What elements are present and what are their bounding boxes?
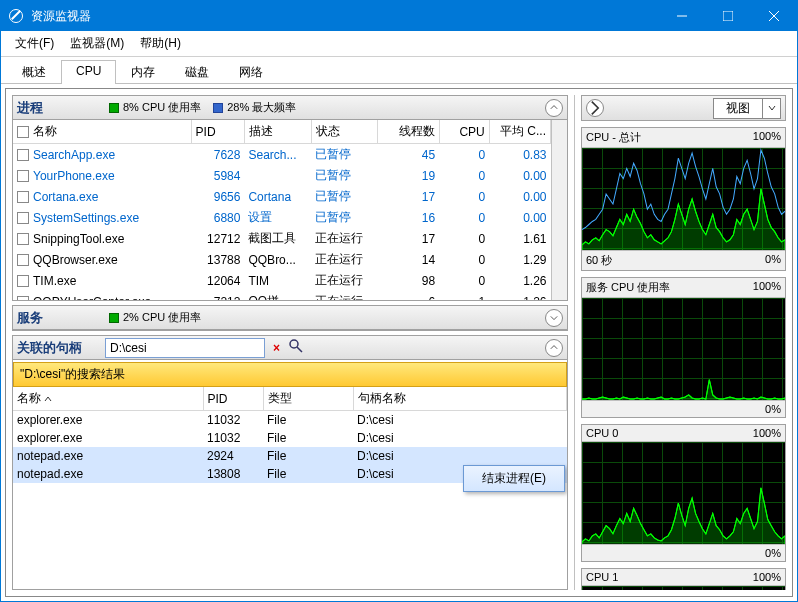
minimize-button[interactable] (659, 1, 705, 31)
check-all[interactable] (17, 126, 29, 138)
process-row[interactable]: QQBrowser.exe13788QQBro...正在运行1401.29 (13, 249, 551, 270)
col-status[interactable]: 状态 (311, 120, 378, 144)
svg-line-5 (297, 347, 302, 352)
menu-help[interactable]: 帮助(H) (132, 33, 189, 54)
app-icon (9, 9, 23, 23)
right-header: 视图 (581, 95, 786, 121)
hcol-type[interactable]: 类型 (263, 387, 353, 411)
menubar: 文件(F) 监视器(M) 帮助(H) (1, 31, 797, 57)
process-row[interactable]: QQPYUserCenter.exe7212QQ拼...正在运行611.26 (13, 291, 551, 300)
chart-1: 服务 CPU 使用率100%0% (581, 277, 786, 418)
tab-cpu[interactable]: CPU (61, 60, 116, 84)
tab-overview[interactable]: 概述 (7, 60, 61, 84)
expand-right-button[interactable] (586, 99, 604, 117)
processes-panel: 进程 8% CPU 使用率 28% 最大频率 名称 PID 描述 (12, 95, 568, 301)
collapse-processes-button[interactable] (545, 99, 563, 117)
services-title: 服务 (17, 309, 97, 327)
max-freq-stat: 28% 最大频率 (213, 100, 296, 115)
process-row[interactable]: TIM.exe12064TIM正在运行9801.26 (13, 270, 551, 291)
hcol-hname[interactable]: 句柄名称 (353, 387, 567, 411)
tab-disk[interactable]: 磁盘 (170, 60, 224, 84)
row-checkbox[interactable] (17, 296, 29, 300)
search-result-bar: "D:\cesi"的搜索结果 (13, 362, 567, 387)
close-button[interactable] (751, 1, 797, 31)
expand-services-button[interactable] (545, 309, 563, 327)
handle-row[interactable]: explorer.exe11032FileD:\cesi (13, 429, 567, 447)
row-checkbox[interactable] (17, 233, 29, 245)
process-row[interactable]: YourPhone.exe5984已暂停1900.00 (13, 165, 551, 186)
tab-memory[interactable]: 内存 (116, 60, 170, 84)
col-desc[interactable]: 描述 (244, 120, 311, 144)
handles-title: 关联的句柄 (17, 339, 97, 357)
row-checkbox[interactable] (17, 275, 29, 287)
end-process-menuitem[interactable]: 结束进程(E) (482, 470, 546, 487)
handle-row[interactable]: notepad.exe2924FileD:\cesi (13, 447, 567, 465)
maximize-button[interactable] (705, 1, 751, 31)
col-cpu[interactable]: CPU (439, 120, 489, 144)
row-checkbox[interactable] (17, 170, 29, 182)
handle-row[interactable]: explorer.exe11032FileD:\cesi (13, 411, 567, 430)
processes-title: 进程 (17, 99, 97, 117)
context-menu: 结束进程(E) (463, 465, 565, 492)
process-row[interactable]: Cortana.exe9656Cortana已暂停1700.00 (13, 186, 551, 207)
processes-scrollbar[interactable] (551, 120, 567, 300)
row-checkbox[interactable] (17, 191, 29, 203)
col-pid[interactable]: PID (191, 120, 244, 144)
clear-search-button[interactable]: × (269, 341, 284, 355)
services-panel: 服务 2% CPU 使用率 (12, 305, 568, 331)
row-checkbox[interactable] (17, 212, 29, 224)
svg-point-4 (290, 340, 298, 348)
search-icon[interactable] (288, 338, 304, 357)
chart-3: CPU 1100% (581, 568, 786, 590)
processes-table: 名称 PID 描述 状态 线程数 CPU 平均 C... SearchApp.e… (13, 120, 551, 300)
menu-monitor[interactable]: 监视器(M) (62, 33, 132, 54)
svg-rect-1 (723, 11, 733, 21)
chart-0: CPU - 总计100%60 秒0% (581, 127, 786, 271)
tab-bar: 概述 CPU 内存 磁盘 网络 (1, 57, 797, 84)
col-avg[interactable]: 平均 C... (489, 120, 550, 144)
row-checkbox[interactable] (17, 254, 29, 266)
collapse-handles-button[interactable] (545, 339, 563, 357)
tab-network[interactable]: 网络 (224, 60, 278, 84)
process-row[interactable]: SnippingTool.exe12712截图工具正在运行1701.61 (13, 228, 551, 249)
handles-panel: 关联的句柄 × "D:\cesi"的搜索结果 名称 (12, 335, 568, 590)
chevron-down-icon (763, 98, 781, 119)
hcol-name[interactable]: 名称 (13, 387, 203, 411)
hcol-pid[interactable]: PID (203, 387, 263, 411)
handle-search-input[interactable] (105, 338, 265, 358)
process-row[interactable]: SearchApp.exe7628Search...已暂停4500.83 (13, 144, 551, 166)
services-cpu-stat: 2% CPU 使用率 (109, 310, 201, 325)
col-name[interactable]: 名称 (13, 120, 191, 144)
cpu-usage-stat: 8% CPU 使用率 (109, 100, 201, 115)
view-dropdown[interactable]: 视图 (713, 98, 781, 119)
chart-2: CPU 0100%0% (581, 424, 786, 562)
process-row[interactable]: SystemSettings.exe6880设置已暂停1600.00 (13, 207, 551, 228)
menu-file[interactable]: 文件(F) (7, 33, 62, 54)
titlebar: 资源监视器 (1, 1, 797, 31)
col-threads[interactable]: 线程数 (378, 120, 439, 144)
window-title: 资源监视器 (31, 8, 659, 25)
row-checkbox[interactable] (17, 149, 29, 161)
